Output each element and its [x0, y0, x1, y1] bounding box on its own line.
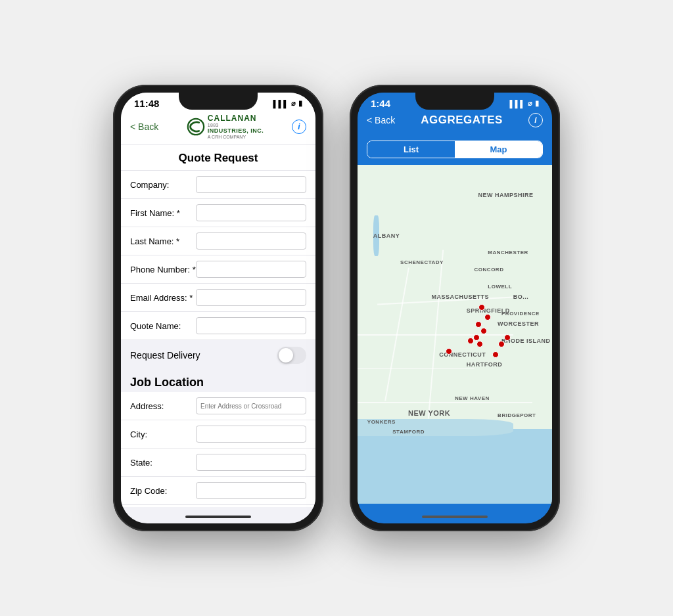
map-container: NEW HAMPSHIRE MASSACHUSETTS CONNECTICUT …	[358, 165, 552, 504]
right-wifi-icon: ⌀	[528, 99, 532, 108]
ocean-water	[358, 429, 552, 504]
left-back-button[interactable]: < Back	[130, 121, 158, 132]
request-delivery-row: Request Delivery	[121, 340, 315, 370]
concord-label: Concord	[475, 267, 504, 273]
nh-label: NEW HAMPSHIRE	[478, 192, 534, 198]
firstname-label: First Name: *	[130, 208, 196, 218]
left-info-button[interactable]: i	[292, 120, 306, 134]
list-tab[interactable]: List	[367, 141, 455, 158]
firstname-input[interactable]	[196, 204, 306, 221]
albany-label: Albany	[373, 232, 400, 239]
road-3	[358, 334, 513, 336]
pin-9	[504, 334, 511, 341]
pin-5	[473, 334, 480, 341]
right-battery-icon: ▮	[535, 99, 539, 108]
ny-label: New York	[408, 409, 450, 417]
state-label: State:	[130, 458, 196, 468]
prov-label: Providence	[501, 311, 540, 317]
home-indicator	[185, 516, 251, 518]
mass-label: MASSACHUSETTS	[431, 294, 489, 300]
lastname-row: Last Name: *	[121, 227, 315, 255]
delivery-toggle[interactable]	[277, 347, 306, 364]
bos-label: Bo...	[513, 294, 529, 300]
right-home-indicator	[422, 516, 488, 518]
extra-row	[121, 505, 315, 507]
form-section: Company: First Name: * Last Name: * Phon…	[121, 171, 315, 340]
callanan-logo: CALLANAN 1883 INDUSTRIES, INC. A CRH COM…	[187, 114, 264, 139]
notch	[179, 93, 258, 110]
state-input[interactable]	[196, 454, 306, 471]
email-row: Email Address: *	[121, 284, 315, 312]
zipcode-input[interactable]	[196, 482, 306, 499]
right-nav-bar: < Back AGGREGATES i	[358, 112, 552, 134]
right-status-icons: ▌▌▌ ⌀ ▮	[510, 99, 539, 108]
right-back-button[interactable]: < Back	[367, 115, 395, 125]
city-input[interactable]	[196, 426, 306, 443]
city-row: City:	[121, 420, 315, 449]
road-5	[358, 368, 475, 370]
email-input[interactable]	[196, 289, 306, 306]
phone-input[interactable]	[196, 261, 306, 278]
quotename-row: Quote Name:	[121, 312, 315, 340]
quote-content: Quote Request Company: First Name: * Las…	[121, 145, 315, 507]
location-section: Address: City: State: Zip Code:	[121, 392, 315, 507]
pin-1	[478, 304, 485, 311]
right-info-button[interactable]: i	[528, 113, 543, 127]
quote-title: Quote Request	[121, 145, 315, 171]
right-time: 1:44	[371, 98, 390, 109]
pin-8	[498, 341, 505, 347]
manchester-label: Manchester	[488, 250, 528, 255]
zipcode-label: Zip Code:	[130, 486, 196, 496]
pin-3	[475, 321, 482, 328]
left-status-icons: ▌▌▌ ⌀ ▮	[273, 99, 302, 108]
logo-crm: A CRH COMPANY	[208, 135, 264, 140]
zipcode-row: Zip Code:	[121, 477, 315, 505]
email-label: Email Address: *	[130, 293, 196, 303]
state-row: State:	[121, 449, 315, 477]
stamford-label: Stamford	[392, 429, 425, 435]
address-row: Address:	[121, 392, 315, 420]
lastname-label: Last Name: *	[130, 236, 196, 246]
pin-6	[467, 338, 474, 344]
newhaven-label: New Haven	[455, 395, 490, 401]
phone-label: Phone Number: *	[130, 265, 196, 275]
left-phone: 11:48 ▌▌▌ ⌀ ▮ < Back	[113, 85, 323, 531]
company-input[interactable]	[196, 176, 306, 193]
address-input[interactable]	[196, 397, 306, 414]
wifi-icon: ⌀	[291, 99, 296, 108]
signal-icon: ▌▌▌	[273, 100, 289, 108]
segment-control[interactable]: List Map	[367, 141, 543, 158]
firstname-row: First Name: *	[121, 199, 315, 227]
worcester-label: Worcester	[498, 320, 539, 327]
quotename-label: Quote Name:	[130, 321, 196, 331]
road-6	[358, 402, 532, 403]
hartford-label: Hartford	[467, 361, 503, 368]
callanan-c-icon	[187, 118, 205, 136]
map-background: NEW HAMPSHIRE MASSACHUSETTS CONNECTICUT …	[358, 165, 552, 504]
battery-icon: ▮	[298, 99, 302, 108]
lastname-input[interactable]	[196, 232, 306, 250]
lowell-label: Lowell	[488, 284, 512, 290]
phone-row: Phone Number: *	[121, 255, 315, 284]
schenectady-label: Schenectady	[400, 259, 444, 265]
bridgeport-label: Bridgeport	[498, 412, 536, 418]
pin-11	[446, 348, 452, 355]
city-label: City:	[130, 429, 196, 439]
toggle-label: Request Delivery	[130, 350, 200, 361]
right-phone: 1:44 ▌▌▌ ⌀ ▮ < Back AGGREGATES i List	[350, 85, 560, 531]
quotename-input[interactable]	[196, 317, 306, 334]
map-tab[interactable]: Map	[455, 141, 542, 158]
address-label: Address:	[130, 401, 196, 411]
pin-2	[484, 314, 491, 320]
left-nav-bar: < Back CALLANAN 1883 INDUSTRIES, INC. A …	[121, 112, 315, 145]
job-location-header: Job Location	[121, 370, 315, 392]
logo-callanan: CALLANAN	[208, 114, 264, 123]
pin-4	[480, 328, 487, 334]
company-label: Company:	[130, 180, 196, 190]
yonkers-label: Yonkers	[367, 419, 396, 425]
right-signal-icon: ▌▌▌	[510, 100, 525, 108]
aggregates-title: AGGREGATES	[421, 114, 503, 127]
pin-10	[492, 351, 499, 358]
company-row: Company:	[121, 171, 315, 199]
left-time: 11:48	[134, 98, 159, 109]
